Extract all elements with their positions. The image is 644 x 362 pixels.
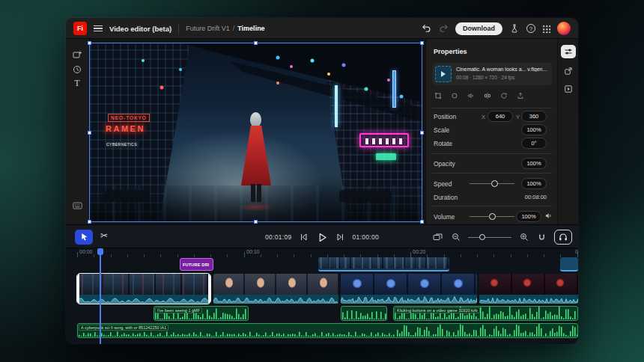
video-clip-1-selected[interactable] (77, 274, 210, 304)
total-duration: 01:00:00 (353, 233, 380, 241)
parked-car-right (339, 190, 392, 202)
play-glyph-icon (441, 71, 446, 77)
position-y-input[interactable]: 360 (521, 111, 547, 122)
zoom-in-icon[interactable] (518, 232, 529, 243)
snap-magnet-icon[interactable] (536, 232, 547, 243)
text-tool-icon[interactable]: T (72, 78, 82, 88)
duration-value: 00:08:00 (502, 194, 547, 200)
filmstrip-red (479, 274, 578, 295)
beaker-icon[interactable] (509, 23, 520, 34)
undo-icon[interactable] (421, 23, 431, 34)
title-clip-label: FUTURE DRI (183, 263, 209, 267)
video-clip-2[interactable] (213, 274, 338, 304)
speaker-icon[interactable] (544, 212, 553, 220)
audio-waveform (479, 295, 578, 304)
crop-icon[interactable] (434, 91, 442, 99)
parked-car-left (103, 190, 150, 202)
video-preview[interactable]: NEO-TOKYO RAMEN CYBERNETICS (89, 43, 422, 222)
filmstrip-city (77, 274, 210, 295)
history-icon[interactable] (72, 64, 82, 75)
handle-mid-left[interactable] (88, 131, 91, 135)
rotate-input[interactable]: 0° (521, 138, 547, 149)
refresh-icon[interactable] (499, 91, 508, 99)
overlay-filmstrip (318, 257, 449, 269)
figure-cape (241, 126, 271, 185)
title-clip[interactable]: FUTURE DRI (180, 258, 213, 271)
opacity-input[interactable]: 100% (521, 158, 547, 169)
export-frame-icon[interactable] (516, 91, 524, 99)
playhead-handle[interactable] (97, 248, 103, 255)
video-clip-4[interactable] (479, 274, 578, 304)
mask-icon[interactable] (450, 91, 458, 99)
volume-input[interactable]: 100% (516, 211, 541, 222)
share-export-icon[interactable] (561, 64, 576, 78)
current-timecode: 00:01:09 (265, 233, 292, 241)
handle-bottom-right[interactable] (420, 220, 424, 224)
sfx-clip-3[interactable]: Klicking buttons on a video game 31920 k… (393, 306, 578, 321)
woman-red-cape (240, 112, 273, 203)
zoom-slider[interactable] (468, 233, 511, 241)
y-axis-label: Y (516, 114, 520, 120)
apps-grid-icon[interactable] (542, 25, 550, 33)
handle-bottom-center[interactable] (254, 220, 258, 224)
figure-hair (250, 112, 261, 127)
handle-top-left[interactable] (88, 41, 91, 45)
video-clip-3[interactable] (341, 274, 477, 304)
volume-slider[interactable] (470, 212, 514, 221)
media-library-icon[interactable] (561, 82, 576, 96)
selected-clip-card[interactable]: Cinematic. A woman looks a... v.flgenvid… (432, 63, 552, 85)
handle-bottom-left[interactable] (88, 220, 91, 224)
split-icon[interactable] (483, 91, 491, 99)
cut-tool-icon[interactable]: ✂ (100, 230, 108, 241)
left-toolbar: T (66, 39, 88, 224)
handle-top-center[interactable] (254, 41, 258, 45)
add-media-icon[interactable] (72, 49, 82, 60)
handle-mid-right[interactable] (420, 131, 424, 135)
step-back-icon[interactable] (299, 232, 310, 243)
volume-label: Volume (434, 213, 455, 221)
scale-input[interactable]: 100% (521, 124, 547, 135)
download-button[interactable]: Download (455, 22, 502, 35)
clip-audio-band (213, 295, 338, 304)
speed-slider[interactable] (470, 179, 514, 188)
audio-icon[interactable] (467, 91, 475, 99)
clip-audio-band (341, 295, 477, 304)
music-clip-label: A cyberpunk sci fi song, with or 8512422… (79, 325, 168, 331)
neon-sign-magenta (359, 133, 409, 147)
breadcrumb-project[interactable]: Future Drift V1 (186, 25, 230, 32)
speed-label: Speed (434, 180, 452, 188)
section-divider (432, 153, 552, 154)
sign-cybernetics: CYBERNETICS (105, 141, 139, 147)
sfx-clip-1[interactable]: I've been seeing 1 gMF (154, 306, 249, 321)
preview-scene: NEO-TOKYO RAMEN CYBERNETICS (90, 43, 422, 221)
neon-sign-ramen: RAMEN (106, 124, 145, 133)
overlay-video-clip[interactable] (318, 257, 449, 272)
overlay-clip-fragment[interactable] (560, 257, 578, 272)
handle-top-right[interactable] (420, 41, 424, 45)
clip-title: Cinematic. A woman looks a... v.flgenvid (456, 67, 549, 72)
menu-icon[interactable] (94, 25, 103, 32)
breadcrumb-separator: / (233, 25, 235, 32)
rotate-label: Rotate (434, 140, 452, 147)
music-clip[interactable]: A cyberpunk sci fi song, with or 8512422… (77, 323, 578, 338)
properties-panel-icon[interactable] (561, 45, 576, 58)
fit-timeline-icon[interactable] (432, 232, 443, 243)
account-avatar[interactable] (557, 22, 571, 35)
audio-preview-button[interactable] (554, 230, 572, 245)
duration-label: Duration (434, 194, 458, 201)
zoom-out-icon[interactable] (450, 232, 461, 243)
position-x-input[interactable]: 640 (487, 111, 513, 122)
sfx-clip-2[interactable] (341, 306, 387, 321)
playhead[interactable] (100, 248, 101, 344)
editor-content: T NEO-TOKYO RAMEN CYBERNETICS (66, 39, 578, 224)
firefly-logo[interactable]: Fi (73, 22, 87, 35)
filmstrip-robots (341, 274, 477, 295)
select-tool-button[interactable] (75, 230, 93, 245)
redo-icon[interactable] (438, 23, 449, 34)
keyboard-shortcuts-icon[interactable] (72, 200, 82, 211)
audio-waveform (341, 295, 477, 304)
speed-input[interactable]: 100% (521, 178, 547, 189)
play-button[interactable] (317, 232, 328, 243)
help-icon[interactable]: ? (526, 24, 535, 33)
step-forward-icon[interactable] (335, 232, 346, 243)
